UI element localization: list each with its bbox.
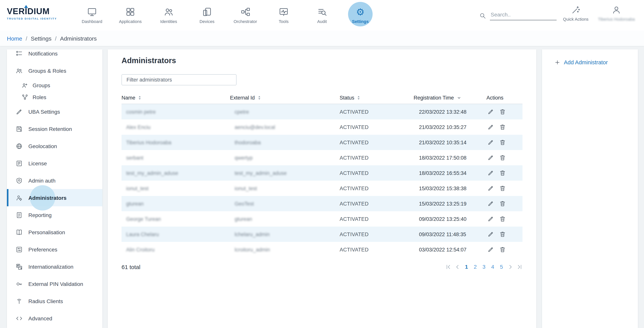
orchestrator-icon (240, 7, 250, 17)
nav-item-settings[interactable]: ⚙ Settings (341, 0, 380, 31)
sidebar-item-uba-settings[interactable]: UBA Settings (7, 103, 102, 120)
sidebar-item-session-retention[interactable]: Session Retention (7, 120, 102, 137)
edit-icon[interactable] (487, 169, 494, 176)
sort-icon (258, 95, 261, 100)
delete-icon[interactable] (499, 185, 506, 192)
last-page-icon[interactable] (517, 264, 522, 270)
column-label: Status (340, 95, 354, 100)
nav-item-orchestrator[interactable]: Orchestrator (226, 0, 264, 31)
add-administrator-button[interactable]: Add Administrator (554, 59, 638, 65)
cell-status: ACTIVATED (340, 109, 414, 115)
sidebar-item-roles[interactable]: Roles (7, 91, 102, 103)
sidebar-item-internationalization[interactable]: Internationalization (7, 258, 102, 275)
sidebar-item-admin-auth[interactable]: Admin auth (7, 172, 102, 189)
sidebar-item-notifications[interactable]: Notifications (7, 49, 102, 62)
delete-icon[interactable] (499, 200, 506, 207)
breadcrumb-separator: / (52, 35, 60, 41)
nav-item-applications[interactable]: Applications (111, 0, 150, 31)
page-button-5[interactable]: 5 (499, 263, 504, 270)
table-row[interactable]: gturean GeoTest ACTIVATED 15/03/2022 13:… (122, 196, 522, 211)
administrators-icon (16, 194, 22, 201)
page-button-2[interactable]: 2 (473, 263, 478, 270)
edit-icon[interactable] (487, 246, 494, 253)
delete-icon[interactable] (499, 231, 506, 238)
cell-registration-time: 15/03/2022 13:25:19 (414, 201, 486, 206)
next-page-icon[interactable] (508, 264, 513, 270)
sidebar-item-groups-roles[interactable]: Groups & Roles (7, 62, 102, 79)
external-pin-validation-icon (16, 280, 22, 287)
page-button-1[interactable]: 1 (464, 263, 469, 270)
breadcrumb-settings-link[interactable]: Settings (31, 35, 51, 41)
prev-page-icon[interactable] (455, 264, 460, 270)
nav-item-identities[interactable]: Identities (150, 0, 188, 31)
edit-icon[interactable] (487, 124, 494, 131)
table-row[interactable]: test_my_admin_aduse test_my_admin_aduse … (122, 165, 522, 181)
first-page-icon[interactable] (446, 264, 451, 270)
column-header-external-id[interactable]: External Id (230, 95, 340, 100)
table-row[interactable]: George Turean gturean ACTIVATED 09/03/20… (122, 211, 522, 227)
nav-item-audit[interactable]: Audit (303, 0, 341, 31)
table-row[interactable]: cosmin petre cpetre ACTIVATED 22/03/2022… (122, 104, 522, 119)
nav-item-dashboard[interactable]: Dashboard (73, 0, 111, 31)
breadcrumb-separator: / (22, 35, 31, 41)
sidebar-item-advanced[interactable]: Advanced (7, 310, 102, 327)
cell-status: ACTIVATED (340, 231, 414, 237)
sort-icon (357, 95, 360, 100)
table-row[interactable]: Alex Enciu aenciu@dev.local ACTIVATED 21… (122, 119, 522, 135)
delete-icon[interactable] (499, 154, 506, 161)
table-row[interactable]: Laura Chelaru lchelaru_admin ACTIVATED 0… (122, 227, 522, 242)
edit-icon[interactable] (487, 200, 494, 207)
delete-icon[interactable] (499, 108, 506, 115)
nav-item-tools[interactable]: Tools (264, 0, 303, 31)
admin-auth-icon (16, 177, 22, 184)
search-icon[interactable] (479, 12, 486, 19)
sidebar-item-administrators[interactable]: Administrators (7, 189, 102, 206)
table-row[interactable]: Alin Croitoru lcroitoru_admin ACTIVATED … (122, 242, 522, 257)
sidebar-item-license[interactable]: License (7, 155, 102, 172)
table-row[interactable]: Tiberius Hodoroaba thodoroaba ACTIVATED … (122, 135, 522, 150)
geolocation-icon (16, 143, 22, 150)
nav-item-devices[interactable]: Devices (188, 0, 226, 31)
edit-icon[interactable] (487, 154, 494, 161)
edit-icon[interactable] (487, 231, 494, 238)
quick-actions-label: Quick Actions (563, 17, 588, 21)
edit-icon[interactable] (487, 108, 494, 115)
settings-icon: ⚙ (355, 7, 365, 17)
delete-icon[interactable] (499, 246, 506, 253)
veridium-logo[interactable]: VERIDIUM TRUSTED DIGITAL IDENTITY (7, 6, 57, 20)
sidebar-item-groups[interactable]: Groups (7, 79, 102, 91)
sidebar-item-personalisation[interactable]: Personalisation (7, 223, 102, 241)
column-header-name[interactable]: Name (122, 95, 230, 100)
devices-icon (202, 7, 212, 17)
tools-icon (279, 7, 289, 17)
sidebar-item-preferences[interactable]: Preferences (7, 241, 102, 258)
column-header-registration-time[interactable]: Registration Time (414, 95, 486, 100)
edit-icon[interactable] (487, 185, 494, 192)
cell-name: gturean (122, 201, 230, 206)
quick-actions-button[interactable]: Quick Actions (560, 5, 592, 21)
page-button-4[interactable]: 4 (490, 263, 496, 270)
identities-icon (164, 7, 174, 17)
edit-icon[interactable] (487, 139, 494, 146)
delete-icon[interactable] (499, 169, 506, 176)
cell-external-id: aenciu@dev.local (230, 124, 340, 130)
delete-icon[interactable] (499, 139, 506, 146)
table-row[interactable]: serbant qwertyp ACTIVATED 18/03/2022 17:… (122, 150, 522, 165)
delete-icon[interactable] (499, 215, 506, 222)
sidebar-item-reporting[interactable]: Reporting (7, 206, 102, 223)
delete-icon[interactable] (499, 124, 506, 131)
cell-registration-time: 21/03/2022 10:35:27 (414, 124, 486, 130)
profile-menu[interactable]: Tiberius Hodoroaba (600, 5, 632, 21)
cell-status: ACTIVATED (340, 216, 414, 222)
page-button-3[interactable]: 3 (481, 263, 487, 270)
sidebar-item-radius-clients[interactable]: Radius Clients (7, 292, 102, 310)
sidebar-item-external-pin-validation[interactable]: External PIN Validation (7, 275, 102, 292)
search-input[interactable] (490, 11, 556, 20)
table-row[interactable]: ionut_test ionut_test ACTIVATED 15/03/20… (122, 181, 522, 196)
column-header-status[interactable]: Status (340, 95, 414, 100)
sidebar-item-geolocation[interactable]: Geolocation (7, 137, 102, 155)
breadcrumb-home-link[interactable]: Home (7, 35, 22, 41)
column-header-actions[interactable]: Actions (486, 95, 522, 100)
filter-administrators-input[interactable] (122, 74, 236, 85)
edit-icon[interactable] (487, 215, 494, 222)
